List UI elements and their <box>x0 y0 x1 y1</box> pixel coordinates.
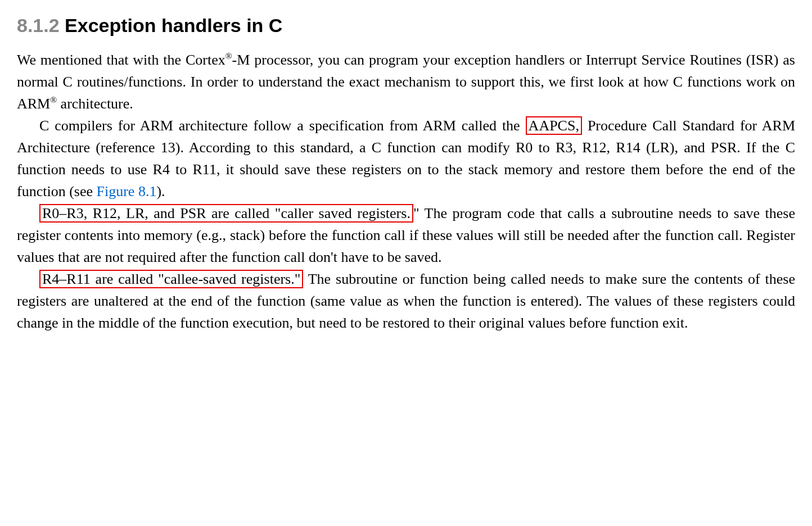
highlight-callee-saved: R4–R11 are called "callee-saved register… <box>39 270 303 288</box>
text: We mentioned that with the Cortex <box>17 52 225 68</box>
paragraph-4: R4–R11 are called "callee-saved register… <box>17 268 795 334</box>
paragraph-2: C compilers for ARM architecture follow … <box>17 115 795 202</box>
text: C compilers for ARM architecture follow … <box>39 117 526 134</box>
section-number: 8.1.2 <box>17 15 60 36</box>
paragraph-1: We mentioned that with the Cortex®-M pro… <box>17 49 795 115</box>
text: ). <box>156 183 165 199</box>
section-title: Exception handlers in C <box>65 15 282 36</box>
figure-link[interactable]: Figure 8.1 <box>97 183 157 199</box>
section-heading: 8.1.2 Exception handlers in C <box>17 11 795 40</box>
paragraph-3: R0–R3, R12, LR, and PSR are called "call… <box>17 202 795 268</box>
registered-symbol: ® <box>225 51 232 61</box>
registered-symbol: ® <box>50 95 57 105</box>
highlight-aapcs: AAPCS, <box>526 116 582 135</box>
text: architecture. <box>57 96 133 112</box>
highlight-caller-saved: R0–R3, R12, LR, and PSR are called "call… <box>39 204 413 223</box>
